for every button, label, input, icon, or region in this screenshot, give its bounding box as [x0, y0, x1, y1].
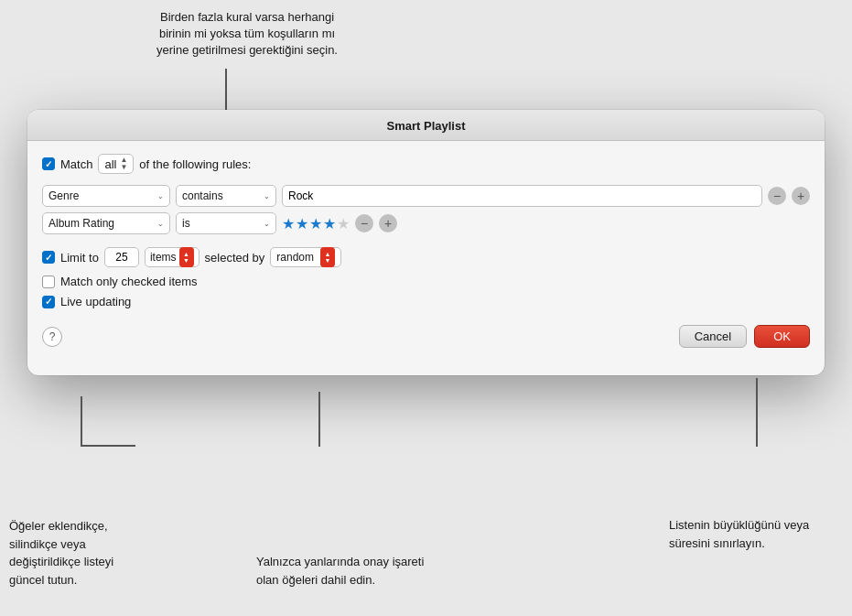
- items-stepper-arrows[interactable]: ▲ ▼: [179, 247, 194, 267]
- annotation-line-bc: [318, 392, 320, 447]
- rule-value-1[interactable]: [282, 185, 762, 207]
- items-stepper[interactable]: items ▲ ▼: [145, 247, 200, 267]
- dialog-footer: ? Cancel OK: [42, 321, 810, 348]
- limit-row: Limit to items ▲ ▼ selected by random ▲ …: [42, 247, 810, 267]
- dialog-title: Smart Playlist: [387, 119, 466, 133]
- random-value: random: [276, 251, 314, 264]
- callout-top: Birden fazla kural varsa herhangi birini…: [146, 9, 348, 59]
- limit-value-input[interactable]: [104, 247, 139, 267]
- options-section: Match only checked items Live updating: [42, 275, 810, 308]
- limit-label: Limit to: [60, 251, 99, 265]
- rule-add-2[interactable]: +: [379, 214, 397, 232]
- footer-buttons: Cancel OK: [679, 325, 810, 348]
- match-value: all: [104, 157, 116, 171]
- rule-row-2: Album Rating ⌄ is ⌄ ★ ★ ★ ★ ★ −: [42, 212, 810, 234]
- match-checked-checkbox[interactable]: [42, 276, 55, 288]
- match-value-arrows: ▲ ▼: [120, 157, 127, 171]
- limit-checkbox[interactable]: [42, 251, 55, 264]
- outer-wrapper: Birden fazla kural varsa herhangi birini…: [0, 0, 852, 616]
- match-checked-row: Match only checked items: [42, 275, 810, 288]
- star-3: ★: [309, 215, 322, 232]
- random-stepper-arrows[interactable]: ▲ ▼: [320, 247, 335, 267]
- random-select[interactable]: random ▲ ▼: [270, 247, 341, 267]
- rule-field-2[interactable]: Album Rating ⌄: [42, 212, 170, 234]
- help-button[interactable]: ?: [42, 327, 62, 347]
- live-updating-label: Live updating: [60, 295, 131, 308]
- match-label: Match: [60, 157, 92, 171]
- items-label: items: [150, 251, 177, 264]
- callout-bottom-left: Öğeler eklendikçe, silindikçe veya değiş…: [9, 517, 165, 589]
- rule-remove-1[interactable]: −: [768, 187, 786, 205]
- match-value-select[interactable]: all ▲ ▼: [98, 154, 134, 174]
- annotation-line-br: [756, 378, 758, 447]
- match-checkbox[interactable]: [42, 157, 55, 170]
- rule-row-1: Genre ⌄ contains ⌄ − +: [42, 185, 810, 207]
- live-updating-checkbox[interactable]: [42, 296, 55, 308]
- annotation-line-bl: [81, 396, 82, 447]
- selected-by-label: selected by: [205, 251, 265, 265]
- match-row: Match all ▲ ▼ of the following rules:: [42, 154, 810, 174]
- rule-remove-2[interactable]: −: [355, 214, 373, 232]
- star-4: ★: [323, 215, 336, 232]
- dialog: Smart Playlist Match all ▲ ▼ of the foll…: [27, 110, 825, 375]
- annotation-line-bl-h: [81, 445, 135, 447]
- rule-field-1[interactable]: Genre ⌄: [42, 185, 170, 207]
- cancel-button[interactable]: Cancel: [679, 325, 747, 348]
- match-checked-label: Match only checked items: [60, 275, 198, 288]
- dialog-titlebar: Smart Playlist: [27, 110, 825, 141]
- live-updating-row: Live updating: [42, 295, 810, 308]
- rules-area: Genre ⌄ contains ⌄ − + Album Rating ⌄: [42, 185, 810, 234]
- rule-operator-1[interactable]: contains ⌄: [176, 185, 276, 207]
- ok-button[interactable]: OK: [754, 325, 810, 348]
- star-2: ★: [296, 215, 308, 232]
- dialog-body: Match all ▲ ▼ of the following rules: Ge…: [27, 141, 825, 362]
- rule-add-1[interactable]: +: [792, 187, 810, 205]
- match-suffix: of the following rules:: [139, 157, 251, 171]
- rule-value-stars[interactable]: ★ ★ ★ ★ ★: [282, 215, 350, 232]
- callout-bottom-right: Listenin büyüklüğünü veya süresini sınır…: [669, 516, 834, 552]
- star-1: ★: [282, 215, 295, 232]
- rule-operator-2[interactable]: is ⌄: [176, 212, 276, 234]
- callout-bottom-center: Yalnızca yanlarında onay işareti olan öğ…: [256, 553, 439, 589]
- star-5: ★: [337, 215, 350, 232]
